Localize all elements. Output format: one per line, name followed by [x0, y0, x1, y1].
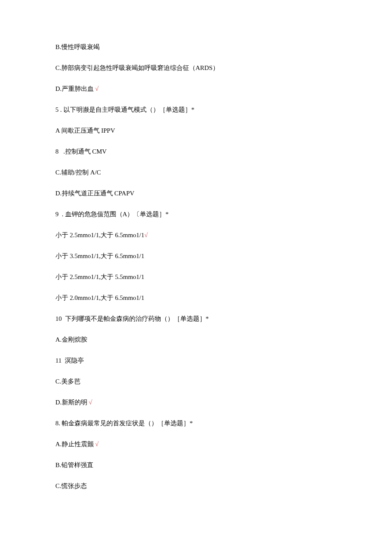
line-text: B.铅管样强直	[55, 462, 93, 468]
text-line: D.持续气道正压通气 CPAPV	[55, 189, 337, 198]
line-text: B.慢性呼吸衰竭	[55, 44, 100, 50]
text-line: A.金刚烷胺	[55, 335, 337, 344]
text-line: C.辅助/控制 A/C	[55, 168, 337, 177]
line-text: 小于 2.5mmo1/1,大于 6.5mmo1/1	[55, 232, 144, 238]
text-line: B.铅管样强直	[55, 461, 337, 470]
line-text: D.持续气道正压通气 CPAPV	[55, 190, 134, 197]
line-text: D.新斯的明	[55, 399, 89, 406]
line-text: 8 .控制通气 CMV	[55, 148, 107, 155]
text-line: 小于 3.5mmo1/1,大于 6.5mmo1/1	[55, 252, 337, 261]
text-line: 小于 2.5mmo1/1,大于 5.5mmo1/1	[55, 273, 337, 282]
text-line: 11 溟隐亭	[55, 356, 337, 365]
line-text: C.美多芭	[55, 378, 81, 385]
line-text: 小于 3.5mmo1/1,大于 6.5mmo1/1	[55, 253, 144, 259]
line-text: 小于 2.5mmo1/1,大于 5.5mmo1/1	[55, 273, 144, 280]
text-line: 5 . 以下明濒是自主呼吸通气模式（）［单选题］*	[55, 105, 337, 114]
line-text: A.静止性震颤	[55, 441, 95, 447]
text-line: 9 . 血钾的危急值范围（A）〔单选题］*	[55, 210, 337, 219]
line-text: C.慌张步态	[55, 482, 87, 489]
text-line: 小于 2.0mmo1/1,大于 6.5mmo1/1	[55, 293, 337, 302]
text-line: A 间歇正压通气 IPPV	[55, 126, 337, 135]
text-line: 8 .控制通气 CMV	[55, 147, 337, 156]
line-text: D.严重肺出血	[55, 85, 95, 92]
line-text: 9 . 血钾的危急值范围（A）〔单选题］*	[55, 211, 169, 218]
text-line: 10 下列哪项不是帕金森病的治疗药物（）［单选题］*	[55, 314, 337, 323]
text-line: C.美多芭	[55, 377, 337, 386]
text-line: A.静止性震颤 √	[55, 440, 337, 449]
check-icon: √	[89, 399, 92, 406]
line-text: A 间歇正压通气 IPPV	[55, 127, 115, 134]
check-icon: √	[144, 232, 148, 238]
check-icon: √	[95, 85, 98, 92]
text-line: C.慌张步态	[55, 482, 337, 491]
text-line: D.严重肺出血 √	[55, 84, 337, 93]
line-text: A.金刚烷胺	[55, 336, 87, 343]
line-text: 8. 帕金森病最常见的首发症状是（）［单选题］*	[55, 420, 193, 427]
line-text: 10 下列哪项不是帕金森病的治疗药物（）［单选题］*	[55, 315, 209, 322]
text-line: 小于 2.5mmo1/1,大于 6.5mmo1/1√	[55, 231, 337, 240]
line-text: 11 溟隐亭	[55, 357, 84, 364]
line-text: 5 . 以下明濒是自主呼吸通气模式（）［单选题］*	[55, 106, 194, 113]
text-line: D.新斯的明 √	[55, 398, 337, 407]
text-line: B.慢性呼吸衰竭	[55, 43, 337, 52]
check-icon: √	[95, 441, 98, 447]
line-text: C.辅助/控制 A/C	[55, 169, 101, 176]
line-text: C.肺部病变引起急性呼吸衰竭如呼吸窘迫综合征（ARDS）	[55, 64, 219, 71]
text-line: C.肺部病变引起急性呼吸衰竭如呼吸窘迫综合征（ARDS）	[55, 64, 337, 73]
line-text: 小于 2.0mmo1/1,大于 6.5mmo1/1	[55, 294, 144, 301]
text-line: 8. 帕金森病最常见的首发症状是（）［单选题］*	[55, 419, 337, 428]
